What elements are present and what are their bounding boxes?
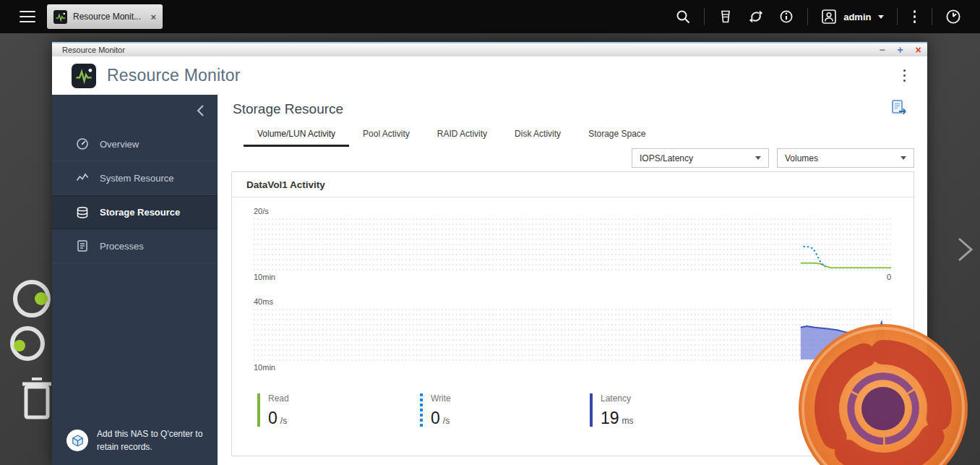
chevron-down-icon xyxy=(901,156,906,160)
write-indicator-bar xyxy=(420,393,423,427)
latency-x-right-label: 0 xyxy=(887,363,891,372)
read-indicator-bar xyxy=(257,393,260,427)
tab-disk-activity[interactable]: Disk Activity xyxy=(501,124,575,147)
refresh-icon[interactable] xyxy=(741,9,771,24)
main-menu-icon[interactable] xyxy=(20,7,35,26)
sidebar-item-storage-resource[interactable]: Storage Resource xyxy=(52,195,218,229)
maximize-button[interactable]: + xyxy=(891,43,909,56)
notification-info-icon[interactable] xyxy=(771,9,801,24)
sidebar-collapse-icon[interactable] xyxy=(196,104,205,120)
line-chart-icon xyxy=(76,171,89,184)
gauge-icon xyxy=(76,137,89,150)
divider xyxy=(807,8,808,25)
next-page-chevron-icon[interactable] xyxy=(957,236,974,265)
recycle-bin-icon[interactable] xyxy=(19,372,55,427)
iops-x-left-label: 10min xyxy=(254,273,275,281)
metric-select[interactable]: IOPS/Latency xyxy=(632,148,769,168)
iops-chart: 20/s 10min 0 xyxy=(254,207,891,281)
background-tasks-icon[interactable] xyxy=(710,9,741,24)
desktop-robot-icon[interactable] xyxy=(6,277,52,374)
window-body: Overview System Resource Storage Resourc… xyxy=(52,95,927,465)
chevron-down-icon xyxy=(878,15,884,19)
write-unit: /s xyxy=(443,416,450,426)
latency-label: Latency xyxy=(601,393,634,404)
write-label: Write xyxy=(431,393,451,404)
volume-select-value: Volumes xyxy=(785,153,818,163)
disk-stack-icon xyxy=(76,206,89,219)
latency-stat: Latency 19 ms xyxy=(590,393,752,428)
latency-value: 19 xyxy=(601,409,619,428)
latency-unit: ms xyxy=(622,416,634,426)
export-records-icon[interactable] xyxy=(890,99,910,121)
latency-y-max-label: 40ms xyxy=(254,297,891,307)
tab-storage-space[interactable]: Storage Space xyxy=(575,124,659,147)
app-title: Resource Monitor xyxy=(107,66,241,85)
qcenter-note[interactable]: Add this NAS to Q'center to retain recor… xyxy=(66,427,207,453)
sidebar-item-label: System Resource xyxy=(100,173,174,184)
activity-tabs: Volume/LUN Activity Pool Activity RAID A… xyxy=(244,124,660,147)
iops-chart-plot xyxy=(254,218,891,270)
close-button[interactable]: × xyxy=(909,43,927,56)
latency-chart-plot xyxy=(254,309,891,361)
tab-pool-activity[interactable]: Pool Activity xyxy=(349,124,424,147)
divider xyxy=(704,8,705,25)
tab-volume-lun-activity[interactable]: Volume/LUN Activity xyxy=(244,124,349,147)
sidebar-item-system-resource[interactable]: System Resource xyxy=(52,161,218,195)
latency-chart: 40ms 10min 0 xyxy=(254,297,891,372)
app-header: Resource Monitor xyxy=(52,56,927,95)
sidebar-nav: Overview System Resource Storage Resourc… xyxy=(52,127,218,263)
user-icon xyxy=(821,9,837,25)
dashboard-gauge-icon[interactable] xyxy=(938,9,968,25)
panel-title: DataVol1 Activity xyxy=(232,172,914,197)
sidebar-item-overview[interactable]: Overview xyxy=(52,127,218,161)
more-options-icon[interactable] xyxy=(903,10,927,23)
sidebar-item-label: Storage Resource xyxy=(100,207,180,218)
sidebar-item-label: Processes xyxy=(100,241,144,252)
divider xyxy=(932,8,932,25)
tab-close-icon[interactable]: × xyxy=(150,12,156,22)
read-value: 0 xyxy=(268,409,278,428)
activity-panel: DataVol1 Activity 20/s 10min 0 40ms 10mi… xyxy=(231,171,914,456)
search-icon[interactable] xyxy=(668,9,698,24)
window-controls: − + × xyxy=(873,43,927,56)
sidebar: Overview System Resource Storage Resourc… xyxy=(52,95,218,465)
app-tab-resource-monitor[interactable]: Resource Monit... × xyxy=(47,4,163,29)
divider xyxy=(897,8,898,25)
latency-x-left-label: 10min xyxy=(254,363,275,372)
read-unit: /s xyxy=(280,416,287,426)
process-list-icon xyxy=(76,239,89,252)
minimize-button[interactable]: − xyxy=(873,43,891,56)
qcenter-icon xyxy=(66,430,88,451)
metric-select-value: IOPS/Latency xyxy=(640,153,693,163)
sidebar-item-processes[interactable]: Processes xyxy=(52,229,218,263)
tab-raid-activity[interactable]: RAID Activity xyxy=(424,124,501,147)
app-more-options-icon[interactable] xyxy=(893,69,916,82)
stats-legend: Read 0 /s Write 0 xyxy=(257,393,914,428)
tab-label: Resource Monit... xyxy=(73,12,145,22)
filter-row: IOPS/Latency Volumes xyxy=(632,148,914,168)
resource-monitor-app-icon xyxy=(72,64,96,88)
read-label: Read xyxy=(268,393,289,404)
page-title: Storage Resource xyxy=(233,101,343,117)
main-content: Storage Resource Volume/LUN Activity Poo… xyxy=(218,95,927,465)
latency-indicator-bar xyxy=(590,393,593,427)
qcenter-note-text: Add this NAS to Q'center to retain recor… xyxy=(97,427,207,453)
window-titlebar[interactable]: Resource Monitor − + × xyxy=(52,42,927,56)
username-label: admin xyxy=(843,12,871,22)
chevron-down-icon xyxy=(755,156,761,160)
window-title: Resource Monitor xyxy=(62,46,125,54)
iops-x-right-label: 0 xyxy=(887,273,891,281)
volume-select[interactable]: Volumes xyxy=(777,148,914,168)
user-menu[interactable]: admin xyxy=(814,9,890,25)
topbar-actions: admin xyxy=(668,0,980,33)
sidebar-item-label: Overview xyxy=(100,139,139,150)
write-value: 0 xyxy=(431,409,440,428)
read-stat: Read 0 /s xyxy=(257,393,420,428)
iops-y-max-label: 20/s xyxy=(254,207,891,217)
write-stat: Write 0 /s xyxy=(420,393,590,428)
resource-monitor-window: Resource Monitor − + × Resource Monitor … xyxy=(52,42,927,465)
top-bar: Resource Monit... × admin xyxy=(0,0,980,33)
resource-monitor-icon xyxy=(53,10,67,24)
